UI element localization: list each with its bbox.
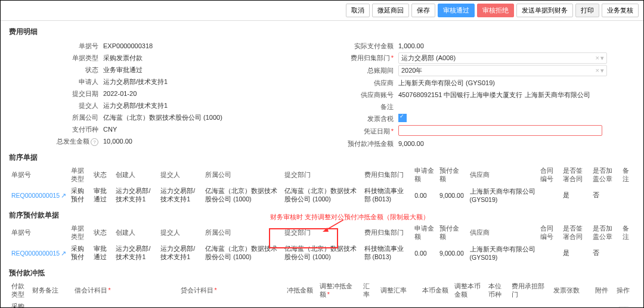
col-company: 所属公司 [203,165,282,185]
table-row: REQ0000000015↗ 采购预付 审批通过 运力交易部/技术支持1 运力交… [9,185,635,206]
svg-marker-1 [323,228,329,232]
col-remark: 备注 [620,165,635,185]
section-predoc-title: 前序单据 [9,153,635,163]
preprepay-table: 单据号单据类型状态创建人提交人所属公司提交部门费用归集部门申请金额预付金额供应商… [9,223,635,263]
submitter-value: 运力交易部/技术支持1 [103,101,340,110]
external-link-icon: ↗ [61,250,66,257]
col-docno: 单据号 [9,165,69,185]
applicant-link[interactable]: 运力交易部/技术支持1 [103,77,340,86]
invtax-checkbox[interactable] [398,114,407,122]
reject-button[interactable]: 审核拒绝 [477,4,514,17]
col-apply: 申请金额 [412,165,437,185]
preprepay-link[interactable]: REQ0000000015↗ [11,250,66,257]
table-row: REQ0000000015↗ 采购预付审批通过运力交易部/技术支持1运力交易部/… [9,243,635,263]
invtax-label: 发票含税 [340,114,394,123]
dept-label: 费用归集部门 [340,54,394,63]
submitdate-value: 2022-01-20 [103,90,340,97]
predoc-table: 单据号 单据类型 状态 创建人 提交人 所属公司 提交部门 费用归集部门 申请金… [9,165,635,206]
submitdate-label: 提交日期 [45,89,98,98]
supacct-value: 450768092151 中国银行上海申缕大厦支行 上海新天商华有限公司 [398,91,635,99]
col-type: 单据类型 [69,165,91,185]
period-select[interactable]: 2020年×▾ [398,65,607,76]
currency-value: CNY [103,126,340,133]
predoc-link[interactable]: REQ0000000015↗ [11,192,66,199]
dept-select[interactable]: 运力交易部 (A008)×▾ [398,52,607,64]
col-prepay: 预付金额 [437,165,467,185]
submitter-label: 提交人 [45,101,98,110]
docno-label: 单据号 [45,42,98,51]
payamount-label: 实际支付金额 [340,42,394,51]
col-contract: 合同编号 [538,165,561,185]
supplier-value: 上海新天商华有限公司 (GYS019) [398,79,635,88]
company-label: 所属公司 [45,113,98,122]
log-button[interactable]: 业务复核 [602,4,639,17]
send-finance-button[interactable]: 发送单据到财务 [516,4,573,17]
docno-value: EXP0000000318 [103,42,340,49]
top-toolbar: 取消 微延商回 保存 审核通过 审核拒绝 发送单据到财务 打印 业务复核 [1,1,643,21]
cancel-button[interactable]: 取消 [346,4,370,17]
offset-table: 付款类型 财务备注 借会计科目 贷会计科目 冲抵金额 调整冲抵金额 汇率 调整汇… [9,281,635,308]
prepay-value: 9,000.00 [398,140,635,147]
print-button[interactable]: 打印 [575,4,599,17]
voucher-label: 凭证日期 [340,127,394,136]
col-submitter: 提交人 [158,165,203,185]
section-offset-title: 预付款冲抵 [9,268,635,278]
external-link-icon: ↗ [61,192,66,199]
recall-button[interactable]: 微延商回 [372,4,409,17]
doctype-value: 采购发票付款 [103,54,340,63]
help-icon[interactable]: ? [91,138,98,146]
status-label: 状态 [45,66,98,74]
total-value: 10,000.00 [103,138,340,145]
applicant-label: 申请人 [45,77,98,86]
status-value: 业务审批通过 [103,66,340,74]
period-label: 总账期间 [340,66,394,75]
arrow-icon [323,219,346,233]
col-costdept: 费用归集部门 [362,165,413,185]
company-value: 亿海蓝（北京）数据技术股份公司 (1000) [103,113,340,122]
payamount-value: 1,000.00 [398,42,635,49]
col-stamped: 是否加盖公章 [590,165,620,185]
supacct-label: 供应商账号 [340,91,394,99]
voucher-date-input[interactable] [398,125,602,136]
table-row: 采购预付款 112399-其他供应商单位×▾ 100201-公司账户×▾ 9,0… [9,301,635,308]
col-supplier: 供应商 [467,165,538,185]
offset-amt: 9,000.00 [284,301,317,308]
annotation-text: 财务审核时 支持调整对公预付冲抵金额（限制最大额） [270,213,429,222]
col-status: 状态 [91,165,114,185]
approve-button[interactable]: 审核通过 [438,4,475,17]
col-creator: 创建人 [113,165,158,185]
save-button[interactable]: 保存 [411,4,435,17]
col-subdept: 提交部门 [282,165,361,185]
remark-label: 备注 [340,102,394,111]
total-label: 总发生金额? [45,137,98,146]
supplier-label: 供应商 [340,79,394,88]
section-expense-title: 费用明细 [9,27,635,37]
currency-label: 支付币种 [45,125,98,134]
doctype-label: 单据类型 [45,54,98,63]
col-signed: 是否签署合同 [561,165,590,185]
prepay-label: 预付款冲抵金额 [340,139,394,148]
